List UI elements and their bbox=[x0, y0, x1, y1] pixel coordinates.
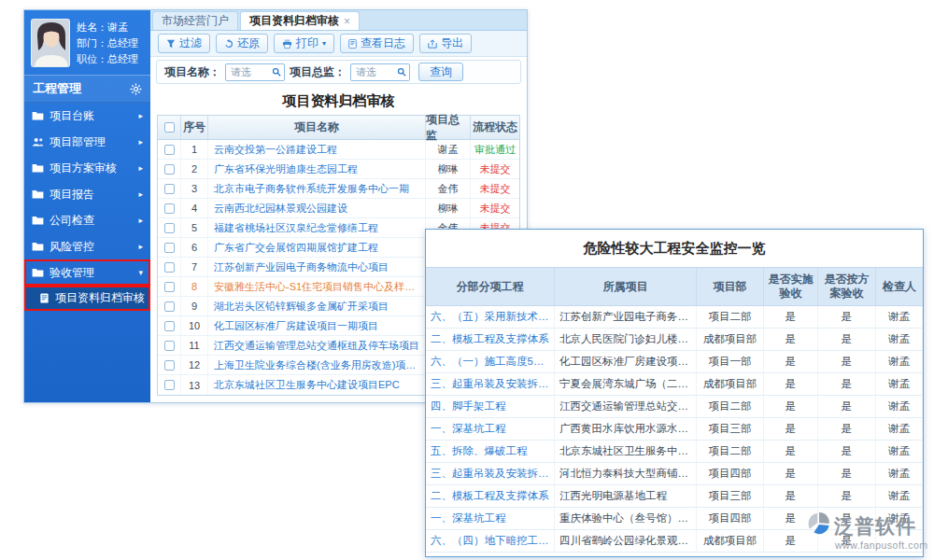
folder-icon bbox=[32, 268, 44, 277]
subitem-work-link[interactable]: 五、拆除、爆破工程 bbox=[426, 441, 555, 462]
row-checkbox[interactable] bbox=[164, 360, 175, 371]
safety-table-row: 三、起重吊装及安装拆卸工...宁夏会展湾东城广场（二期...成都项目部是是谢孟 bbox=[426, 373, 923, 396]
project-dept: 项目一部 bbox=[697, 351, 764, 372]
print-button[interactable]: 打印 ▾ bbox=[274, 34, 334, 53]
filter-button[interactable]: 过滤 bbox=[158, 34, 210, 53]
archive-table-header: 序号 项目名称 项目总监 流程状态 bbox=[158, 116, 519, 140]
tab-market-portal[interactable]: 市场经营门户 bbox=[152, 11, 238, 30]
overlay-title: 危险性较大工程安全监控一览 bbox=[426, 230, 923, 267]
subitem-work-link[interactable]: 一、深基坑工程 bbox=[426, 418, 555, 440]
subitem-work-link[interactable]: 三、起重吊装及安装拆卸工... bbox=[426, 463, 555, 484]
sidebar-item-label: 项目台账 bbox=[50, 108, 133, 124]
project-name-link[interactable]: 安徽雅生活中心-S1住宅项目销售中心及样板间精装修及配套 bbox=[208, 277, 426, 296]
subitem-work-link[interactable]: 六、（五）采用新技术、工... bbox=[426, 306, 555, 328]
search-icon[interactable] bbox=[397, 67, 406, 77]
parent-project: 江西光明电源基地工程 bbox=[555, 485, 697, 507]
subitem-work-link[interactable]: 六、（四）地下暗挖工程、顶... bbox=[426, 530, 555, 552]
row-checkbox[interactable] bbox=[164, 262, 175, 273]
sidebar-item-5[interactable]: 风险管控▸ bbox=[24, 233, 150, 259]
project-dept: 项目二部 bbox=[697, 441, 764, 462]
row-checkbox[interactable] bbox=[164, 301, 175, 312]
row-checkbox[interactable] bbox=[164, 223, 175, 233]
row-checkbox[interactable] bbox=[164, 380, 175, 390]
project-name-link[interactable]: 江西交通运输管理总站交通枢纽及停车场项目 bbox=[208, 336, 426, 355]
project-name-link[interactable]: 化工园区标准厂房建设项目一期项目 bbox=[208, 316, 426, 335]
row-checkbox[interactable] bbox=[164, 321, 175, 331]
flow-status: 未提交 bbox=[471, 179, 519, 198]
filter-bar: 项目名称： 请选 项目总监： 请选 查询 bbox=[156, 60, 521, 84]
subitem-work-link[interactable]: 三、起重吊装及安装拆卸工... bbox=[426, 373, 555, 395]
search-icon[interactable] bbox=[272, 67, 281, 77]
archive-table-row: 1云南交投第一公路建设工程谢孟审批通过 bbox=[158, 140, 519, 160]
page-title: 项目资料归档审核 bbox=[150, 87, 527, 115]
project-name-link[interactable]: 广东省环保光明迪康生态园工程 bbox=[208, 160, 426, 178]
row-number: 4 bbox=[181, 199, 208, 217]
subitem-work-link[interactable]: 一、深基坑工程 bbox=[426, 508, 555, 529]
folder-icon bbox=[32, 163, 44, 173]
project-name-link[interactable]: 湖北岩头区铅锌辉银多金属矿开采项目 bbox=[208, 297, 426, 315]
project-name-link[interactable]: 云南交投第一公路建设工程 bbox=[208, 140, 426, 159]
project-director-input[interactable]: 请选 bbox=[350, 63, 410, 81]
accept-per-plan: 是 bbox=[818, 306, 876, 328]
row-checkbox[interactable] bbox=[164, 243, 175, 253]
sidebar-section-header[interactable]: 工程管理 bbox=[24, 75, 150, 103]
close-icon[interactable]: × bbox=[344, 15, 350, 28]
sidebar-item-1[interactable]: 项目部管理▸ bbox=[24, 129, 150, 155]
project-name-label: 项目名称： bbox=[164, 64, 220, 80]
select-all-checkbox[interactable] bbox=[164, 122, 175, 133]
row-checkbox[interactable] bbox=[164, 184, 175, 194]
chevron-right-icon: ▸ bbox=[138, 137, 143, 147]
header-project-dept: 项目部 bbox=[697, 268, 764, 305]
subitem-work-link[interactable]: 二、模板工程及支撑体系 bbox=[426, 329, 555, 350]
sidebar-subitem-archive-review[interactable]: 项目资料归档审核 bbox=[24, 286, 150, 311]
project-name-link[interactable]: 北京东城社区卫生服务中心建设项目EPC bbox=[208, 375, 426, 395]
row-number: 13 bbox=[181, 375, 208, 395]
safety-table-row: 二、模板工程及支撑体系北京人民医院门诊妇儿楼工程成都项目部是是谢孟 bbox=[426, 329, 923, 351]
project-name-input[interactable]: 请选 bbox=[225, 63, 285, 81]
project-name-link[interactable]: 北京市电子商务软件系统开发服务中心一期 bbox=[208, 179, 426, 198]
sidebar-item-2[interactable]: 项目方案审核▸ bbox=[24, 155, 150, 181]
safety-monitor-panel: 危险性较大工程安全监控一览 分部分项工程 所属项目 项目部 是否实施验收 是否按… bbox=[425, 229, 924, 557]
tab-archive-review[interactable]: 项目资料归档审核 × bbox=[240, 11, 360, 30]
row-checkbox[interactable] bbox=[164, 145, 175, 155]
inspector: 谢孟 bbox=[876, 329, 923, 350]
export-button[interactable]: 导出 bbox=[419, 34, 472, 53]
sidebar-item-3[interactable]: 项目报告▸ bbox=[24, 181, 150, 207]
sidebar-item-6[interactable]: 验收管理▾ bbox=[24, 259, 150, 286]
project-name-link[interactable]: 江苏创新产业园电子商务物流中心项目 bbox=[208, 258, 426, 276]
accept-per-plan: 是 bbox=[818, 373, 876, 395]
subitem-work-link[interactable]: 二、模板工程及支撑体系 bbox=[426, 485, 555, 507]
row-checkbox[interactable] bbox=[164, 282, 175, 292]
row-checkbox[interactable] bbox=[164, 203, 175, 214]
sidebar-item-4[interactable]: 公司检查▸ bbox=[24, 207, 150, 233]
row-checkbox[interactable] bbox=[164, 341, 175, 351]
project-dept: 成都项目部 bbox=[697, 530, 764, 552]
inspector: 谢孟 bbox=[876, 351, 923, 372]
view-log-button[interactable]: 查看日志 bbox=[340, 34, 414, 53]
safety-table-row: 一、深基坑工程广西黄田水库饮用水源水质...项目三部是是谢孟 bbox=[426, 418, 923, 441]
subitem-work-link[interactable]: 六、（一）施工高度50M及... bbox=[426, 351, 555, 372]
archive-table-row: 4云南西北纪园林景观公园建设柳琳未提交 bbox=[158, 199, 519, 218]
project-director: 柳琳 bbox=[426, 199, 471, 217]
project-name-link[interactable]: 上海卫生院业务综合楼(含业务用房改造)项目(集中隔离医学观察 bbox=[208, 356, 426, 374]
project-name-link[interactable]: 广东省广交会展馆四期展馆扩建工程 bbox=[208, 238, 426, 257]
restore-button[interactable]: 还原 bbox=[216, 34, 268, 53]
parent-project: 化工园区标准厂房建设项目一期项目 bbox=[555, 351, 697, 372]
row-checkbox[interactable] bbox=[164, 164, 175, 175]
sidebar-item-label: 项目方案审核 bbox=[50, 161, 133, 176]
header-accept-per-plan: 是否按方案验收 bbox=[818, 268, 876, 305]
sidebar-item-0[interactable]: 项目台账▸ bbox=[24, 103, 150, 129]
project-dept: 项目二部 bbox=[697, 396, 764, 417]
accept-done: 是 bbox=[764, 418, 818, 440]
project-name-link[interactable]: 云南西北纪园林景观公园建设 bbox=[208, 199, 426, 217]
project-name-link[interactable]: 福建省桃场社区汉泉纪念堂修缮工程 bbox=[208, 218, 426, 237]
accept-done: 是 bbox=[764, 485, 818, 507]
sidebar-item-label: 项目报告 bbox=[50, 187, 133, 203]
accept-done: 是 bbox=[764, 351, 818, 372]
gear-icon[interactable] bbox=[130, 83, 142, 95]
query-button[interactable]: 查询 bbox=[418, 63, 463, 81]
accept-per-plan: 是 bbox=[818, 329, 876, 350]
subitem-work-link[interactable]: 四、脚手架工程 bbox=[426, 396, 555, 417]
header-inspector: 检查人 bbox=[876, 268, 923, 305]
chevron-right-icon: ▸ bbox=[138, 216, 143, 225]
